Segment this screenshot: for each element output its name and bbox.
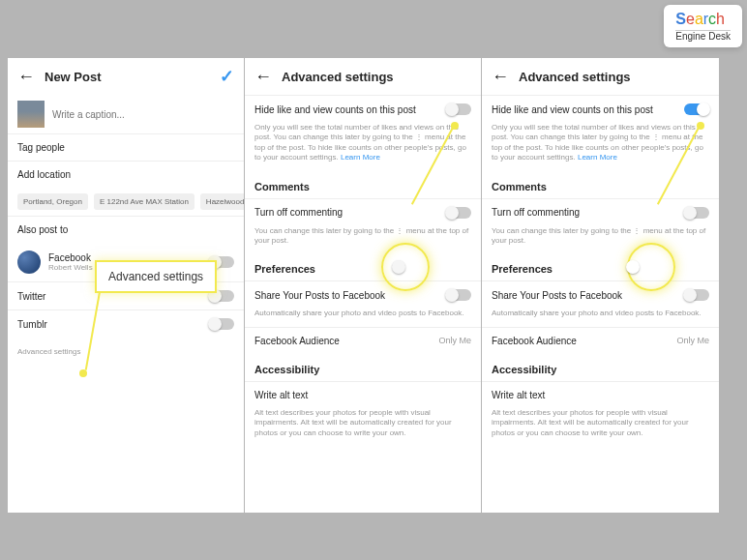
accessibility-section-header: Accessibility	[482, 354, 719, 381]
tag-people-row[interactable]: Tag people	[8, 133, 244, 161]
tumblr-toggle[interactable]	[209, 318, 234, 330]
preferences-section-header: Preferences	[245, 253, 481, 280]
write-alt-text-row[interactable]: Write alt text	[245, 381, 481, 408]
back-arrow-icon[interactable]: ←	[17, 67, 35, 87]
hide-counts-description: Only you will see the total number of li…	[245, 123, 481, 171]
commenting-toggle[interactable]	[446, 207, 471, 219]
learn-more-link[interactable]: Learn More	[341, 153, 380, 162]
share-fb-toggle[interactable]	[446, 289, 471, 301]
facebook-username: Robert Wells	[48, 263, 93, 272]
facebook-audience-value: Only Me	[676, 336, 709, 345]
facebook-audience-row[interactable]: Facebook Audience Only Me	[482, 327, 719, 354]
share-fb-description: Automatically share your photo and video…	[482, 309, 719, 326]
back-arrow-icon[interactable]: ←	[254, 67, 272, 87]
confirm-check-icon[interactable]: ✓	[220, 66, 234, 87]
advanced-settings-highlight: Advanced settings	[95, 260, 217, 293]
alt-text-description: Alt text describes your photos for peopl…	[245, 408, 481, 446]
page-title: New Post	[45, 70, 102, 84]
location-chip[interactable]: Hazelwood	[200, 193, 244, 210]
accessibility-section-header: Accessibility	[245, 354, 481, 381]
page-title: Advanced settings	[519, 70, 631, 84]
new-post-panel: ← New Post ✓ Tag people Add location Por…	[8, 58, 245, 513]
hide-counts-toggle[interactable]	[684, 103, 709, 115]
add-location-row[interactable]: Add location	[8, 161, 244, 188]
alt-text-description: Alt text describes your photos for peopl…	[482, 408, 719, 446]
comments-section-header: Comments	[245, 171, 481, 198]
advanced-settings-panel-off: ← Advanced settings Hide like and view c…	[245, 58, 482, 513]
also-post-to-header: Also post to	[8, 216, 244, 243]
share-fb-toggle[interactable]	[684, 289, 709, 301]
post-thumbnail[interactable]	[17, 101, 45, 128]
share-tumblr-row[interactable]: Tumblr	[8, 309, 244, 338]
hide-counts-toggle[interactable]	[446, 103, 471, 115]
share-to-facebook-row[interactable]: Share Your Posts to Facebook	[245, 280, 481, 309]
location-suggestions: Portland, Oregon E 122nd Ave MAX Station…	[8, 188, 244, 216]
turn-off-commenting-row[interactable]: Turn off commenting	[245, 198, 481, 226]
caption-input[interactable]	[52, 109, 234, 120]
facebook-label: Facebook	[48, 252, 93, 263]
comments-section-header: Comments	[482, 171, 719, 198]
hide-like-counts-row[interactable]: Hide like and view counts on this post	[245, 95, 481, 123]
page-title: Advanced settings	[282, 70, 394, 84]
location-chip[interactable]: E 122nd Ave MAX Station	[94, 193, 194, 210]
share-to-facebook-row[interactable]: Share Your Posts to Facebook	[482, 280, 719, 309]
commenting-toggle[interactable]	[684, 207, 709, 219]
facebook-audience-value: Only Me	[438, 336, 471, 345]
preferences-section-header: Preferences	[482, 253, 719, 280]
turn-off-commenting-row[interactable]: Turn off commenting	[482, 198, 719, 226]
back-arrow-icon[interactable]: ←	[492, 67, 509, 87]
location-chip[interactable]: Portland, Oregon	[17, 193, 88, 210]
share-fb-description: Automatically share your photo and video…	[245, 309, 481, 326]
advanced-settings-link[interactable]: Advanced settings	[8, 338, 244, 366]
advanced-settings-panel-on: ← Advanced settings Hide like and view c…	[482, 58, 719, 513]
facebook-audience-row[interactable]: Facebook Audience Only Me	[245, 327, 481, 354]
write-alt-text-row[interactable]: Write alt text	[482, 381, 719, 408]
hide-counts-description: Only you will see the total number of li…	[482, 123, 719, 171]
hide-like-counts-row[interactable]: Hide like and view counts on this post	[482, 95, 719, 123]
learn-more-link[interactable]: Learn More	[578, 153, 617, 162]
commenting-description: You can change this later by going to th…	[245, 226, 481, 254]
commenting-description: You can change this later by going to th…	[482, 226, 719, 254]
facebook-avatar-icon	[17, 251, 41, 274]
search-engine-desk-logo: Search Engine Desk	[664, 5, 742, 47]
